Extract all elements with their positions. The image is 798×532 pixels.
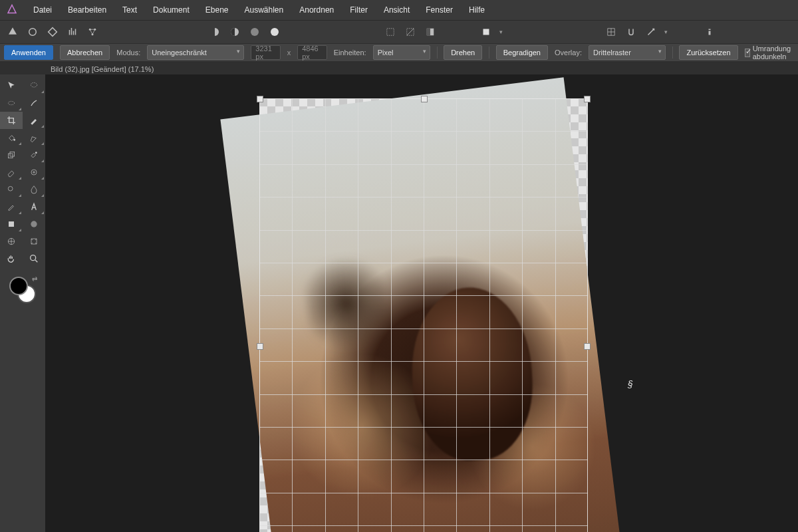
info-icon[interactable]	[701, 23, 718, 41]
svg-rect-22	[10, 152, 15, 156]
persona-export-icon[interactable]	[84, 23, 101, 41]
menu-filter[interactable]: Filter	[342, 0, 376, 20]
autocontrast-icon[interactable]	[226, 23, 243, 41]
flood-fill-tool[interactable]	[0, 129, 23, 146]
autowb-icon[interactable]	[266, 23, 283, 41]
darken-border-label: Umrandung abdunkeln	[753, 45, 794, 61]
zoom-tool[interactable]	[23, 250, 45, 267]
menu-dokument[interactable]: Dokument	[145, 0, 198, 20]
crop-handle-tr[interactable]	[584, 96, 591, 102]
retouch-tool[interactable]	[23, 164, 45, 181]
grid-icon[interactable]	[602, 23, 620, 41]
marquee-tool[interactable]	[0, 94, 23, 112]
eraser-tool[interactable]	[0, 164, 23, 181]
menu-auswaehlen[interactable]: Auswählen	[236, 0, 291, 20]
units-value: Pixel	[378, 49, 394, 57]
overlay-label: Overlay:	[555, 49, 582, 57]
quickmask-icon[interactable]	[477, 23, 495, 41]
crop-handle-l[interactable]	[257, 343, 263, 350]
overlay-select[interactable]: Drittelraster	[589, 45, 666, 60]
menu-datei[interactable]: Datei	[25, 0, 60, 20]
menu-fenster[interactable]: Fenster	[418, 0, 461, 20]
menu-text[interactable]: Text	[114, 0, 145, 20]
context-toolbar: Anwenden Abbrechen Modus: Uneingeschränk…	[0, 43, 798, 62]
svg-point-29	[31, 255, 36, 261]
units-select[interactable]: Pixel	[373, 45, 430, 60]
height-input[interactable]: 4846 px	[297, 45, 327, 60]
canvas[interactable]: §	[45, 74, 798, 532]
swap-colors-icon[interactable]: ⇄	[32, 275, 37, 283]
quickmask-chevron-icon[interactable]: ▾	[497, 29, 504, 35]
selection-invert-icon[interactable]	[402, 23, 419, 41]
paintbrush-tool[interactable]	[23, 112, 45, 129]
perspective-tool[interactable]	[23, 233, 45, 250]
color-swatch[interactable]: ⇄	[9, 277, 36, 303]
svg-rect-26	[9, 221, 14, 227]
darken-border-checkbox[interactable]: Umrandung abdunkeln	[745, 45, 794, 61]
mode-select[interactable]: Uneingeschränkt	[147, 45, 244, 60]
shape-tool[interactable]	[0, 215, 23, 233]
mesh-warp-tool[interactable]	[0, 233, 23, 250]
selection-rect-icon[interactable]	[382, 23, 399, 41]
text-tool[interactable]	[23, 198, 45, 215]
color-picker-tool[interactable]	[0, 198, 23, 215]
persona-photo-icon[interactable]	[4, 23, 21, 41]
width-value: 3231 px	[255, 45, 275, 61]
svg-point-9	[271, 28, 279, 36]
overlay-value: Drittelraster	[593, 49, 631, 57]
selection-refine-icon[interactable]	[422, 23, 439, 41]
assist-icon[interactable]	[642, 23, 660, 41]
menu-hilfe[interactable]: Hilfe	[461, 0, 493, 20]
blur-tool[interactable]	[23, 181, 45, 198]
crop-tool[interactable]	[0, 112, 23, 129]
dim-separator: x	[287, 49, 291, 57]
lasso-tool[interactable]	[23, 77, 45, 94]
svg-rect-17	[709, 31, 711, 35]
document-tab[interactable]: Bild (32).jpg [Geändert] (17.1%)	[51, 65, 154, 73]
zoom-tool-alt[interactable]	[0, 181, 23, 198]
crop-handle-r[interactable]	[584, 343, 591, 350]
menu-ebene[interactable]: Ebene	[198, 0, 237, 20]
svg-point-8	[251, 28, 259, 36]
persona-liquify-icon[interactable]	[24, 23, 41, 41]
svg-rect-6	[211, 28, 215, 36]
foreground-color-swatch[interactable]	[9, 277, 28, 295]
straighten-cursor-icon: §	[628, 379, 633, 390]
menu-bar: Datei Bearbeiten Text Dokument Ebene Aus…	[0, 0, 798, 20]
autocolors-icon[interactable]	[246, 23, 263, 41]
move-tool[interactable]	[0, 77, 23, 94]
menu-bearbeiten[interactable]: Bearbeiten	[60, 0, 114, 20]
svg-point-18	[31, 82, 37, 87]
pen-tool[interactable]	[23, 129, 45, 146]
document-crop-region[interactable]	[259, 98, 588, 532]
crop-handle-t[interactable]	[421, 96, 428, 102]
svg-point-20	[13, 139, 15, 141]
rotate-button[interactable]: Drehen	[444, 45, 482, 60]
clone-tool[interactable]	[0, 146, 23, 164]
cancel-button[interactable]: Abbrechen	[60, 45, 110, 60]
healing-brush-tool[interactable]	[23, 146, 45, 164]
apply-button[interactable]: Anwenden	[4, 45, 53, 60]
persona-develop-icon[interactable]	[44, 23, 61, 41]
selection-brush-tool[interactable]	[23, 94, 45, 112]
gradient-tool[interactable]	[23, 215, 45, 233]
snapping-icon[interactable]	[622, 23, 640, 41]
pan-tool[interactable]	[0, 250, 23, 267]
separator	[437, 47, 438, 59]
menu-anordnen[interactable]: Anordnen	[291, 0, 342, 20]
svg-rect-16	[709, 29, 711, 31]
reset-button[interactable]: Zurücksetzen	[679, 45, 737, 60]
persona-tonemap-icon[interactable]	[64, 23, 81, 41]
workspace: ⇄ §	[0, 74, 798, 532]
svg-rect-21	[8, 154, 13, 158]
straighten-button[interactable]: Begradigen	[496, 45, 548, 60]
width-input[interactable]: 3231 px	[251, 45, 280, 60]
svg-line-30	[35, 260, 37, 262]
menu-ansicht[interactable]: Ansicht	[376, 0, 418, 20]
svg-line-12	[407, 29, 414, 36]
svg-point-19	[8, 101, 14, 104]
autolevels-icon[interactable]	[206, 23, 223, 41]
assist-chevron-icon[interactable]: ▾	[662, 29, 669, 35]
crop-handle-tl[interactable]	[257, 96, 263, 102]
svg-rect-10	[387, 29, 394, 36]
